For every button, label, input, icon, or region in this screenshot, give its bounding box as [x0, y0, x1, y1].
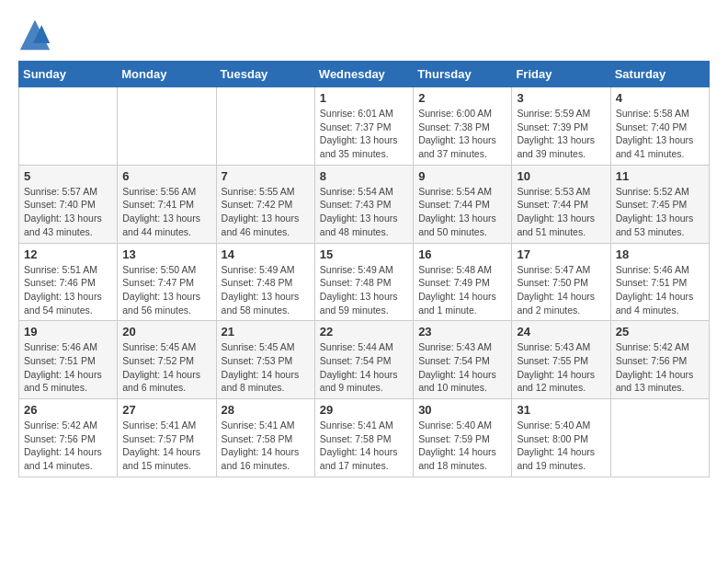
calendar-cell: 24Sunrise: 5:43 AM Sunset: 7:55 PM Dayli… — [512, 321, 610, 399]
calendar-cell: 14Sunrise: 5:49 AM Sunset: 7:48 PM Dayli… — [216, 243, 314, 321]
calendar-cell: 5Sunrise: 5:57 AM Sunset: 7:40 PM Daylig… — [19, 165, 118, 243]
day-number: 26 — [24, 403, 112, 417]
day-info: Sunrise: 5:54 AM Sunset: 7:43 PM Dayligh… — [320, 185, 408, 239]
calendar-cell: 21Sunrise: 5:45 AM Sunset: 7:53 PM Dayli… — [216, 321, 314, 399]
weekday-header-friday: Friday — [512, 62, 610, 87]
day-info: Sunrise: 5:46 AM Sunset: 7:51 PM Dayligh… — [616, 263, 704, 317]
day-number: 27 — [122, 403, 210, 417]
day-info: Sunrise: 5:48 AM Sunset: 7:49 PM Dayligh… — [418, 263, 506, 317]
day-number: 24 — [517, 325, 605, 339]
day-number: 10 — [517, 169, 605, 183]
day-info: Sunrise: 5:42 AM Sunset: 7:56 PM Dayligh… — [24, 419, 112, 473]
calendar-cell: 13Sunrise: 5:50 AM Sunset: 7:47 PM Dayli… — [118, 243, 216, 321]
day-number: 1 — [320, 91, 408, 105]
calendar-cell: 29Sunrise: 5:41 AM Sunset: 7:58 PM Dayli… — [314, 399, 413, 477]
day-info: Sunrise: 5:52 AM Sunset: 7:45 PM Dayligh… — [616, 185, 704, 239]
calendar-cell: 28Sunrise: 5:41 AM Sunset: 7:58 PM Dayli… — [216, 399, 314, 477]
page-header — [18, 18, 710, 52]
day-number: 5 — [24, 169, 112, 183]
day-number: 13 — [122, 247, 210, 261]
day-number: 20 — [122, 325, 210, 339]
calendar-cell: 16Sunrise: 5:48 AM Sunset: 7:49 PM Dayli… — [414, 243, 512, 321]
day-number: 25 — [616, 325, 704, 339]
calendar-cell: 17Sunrise: 5:47 AM Sunset: 7:50 PM Dayli… — [512, 243, 610, 321]
day-number: 14 — [222, 247, 310, 261]
day-info: Sunrise: 5:59 AM Sunset: 7:39 PM Dayligh… — [517, 107, 605, 161]
day-info: Sunrise: 5:41 AM Sunset: 7:57 PM Dayligh… — [122, 419, 210, 473]
weekday-header-tuesday: Tuesday — [216, 62, 314, 87]
day-info: Sunrise: 5:53 AM Sunset: 7:44 PM Dayligh… — [517, 185, 605, 239]
weekday-header-wednesday: Wednesday — [314, 62, 413, 87]
day-info: Sunrise: 5:45 AM Sunset: 7:53 PM Dayligh… — [222, 340, 310, 395]
day-number: 12 — [24, 247, 112, 261]
day-info: Sunrise: 5:57 AM Sunset: 7:40 PM Dayligh… — [24, 185, 112, 239]
calendar-cell: 4Sunrise: 5:58 AM Sunset: 7:40 PM Daylig… — [610, 87, 709, 166]
calendar-cell: 1Sunrise: 6:01 AM Sunset: 7:37 PM Daylig… — [314, 87, 413, 166]
day-number: 19 — [24, 325, 112, 339]
day-number: 16 — [418, 247, 506, 261]
day-info: Sunrise: 5:41 AM Sunset: 7:58 PM Dayligh… — [320, 419, 408, 473]
day-number: 18 — [616, 247, 704, 261]
calendar-cell: 3Sunrise: 5:59 AM Sunset: 7:39 PM Daylig… — [512, 87, 610, 166]
day-info: Sunrise: 5:46 AM Sunset: 7:51 PM Dayligh… — [24, 340, 112, 395]
calendar-cell: 18Sunrise: 5:46 AM Sunset: 7:51 PM Dayli… — [610, 243, 709, 321]
day-number: 28 — [222, 403, 310, 417]
calendar-cell: 23Sunrise: 5:43 AM Sunset: 7:54 PM Dayli… — [414, 321, 512, 399]
day-number: 17 — [517, 247, 605, 261]
day-info: Sunrise: 5:47 AM Sunset: 7:50 PM Dayligh… — [517, 263, 605, 317]
day-info: Sunrise: 5:58 AM Sunset: 7:40 PM Dayligh… — [616, 107, 704, 161]
calendar-cell: 19Sunrise: 5:46 AM Sunset: 7:51 PM Dayli… — [19, 321, 118, 399]
logo — [18, 18, 55, 52]
day-number: 2 — [418, 91, 506, 105]
calendar-cell: 15Sunrise: 5:49 AM Sunset: 7:48 PM Dayli… — [314, 243, 413, 321]
calendar-week-2: 5Sunrise: 5:57 AM Sunset: 7:40 PM Daylig… — [19, 165, 710, 243]
calendar-cell: 31Sunrise: 5:40 AM Sunset: 8:00 PM Dayli… — [512, 399, 610, 477]
calendar-cell: 22Sunrise: 5:44 AM Sunset: 7:54 PM Dayli… — [314, 321, 413, 399]
day-info: Sunrise: 5:43 AM Sunset: 7:54 PM Dayligh… — [418, 340, 506, 395]
day-info: Sunrise: 6:00 AM Sunset: 7:38 PM Dayligh… — [418, 107, 506, 161]
calendar-cell — [118, 87, 216, 166]
day-info: Sunrise: 5:49 AM Sunset: 7:48 PM Dayligh… — [320, 263, 408, 317]
day-info: Sunrise: 5:40 AM Sunset: 7:59 PM Dayligh… — [418, 419, 506, 473]
calendar-week-3: 12Sunrise: 5:51 AM Sunset: 7:46 PM Dayli… — [19, 243, 710, 321]
day-info: Sunrise: 5:56 AM Sunset: 7:41 PM Dayligh… — [122, 185, 210, 239]
day-info: Sunrise: 5:40 AM Sunset: 8:00 PM Dayligh… — [517, 419, 605, 473]
day-info: Sunrise: 6:01 AM Sunset: 7:37 PM Dayligh… — [320, 107, 408, 161]
calendar-header-row: SundayMondayTuesdayWednesdayThursdayFrid… — [19, 62, 710, 87]
calendar-cell — [610, 399, 709, 477]
calendar-table: SundayMondayTuesdayWednesdayThursdayFrid… — [18, 61, 710, 477]
calendar-cell — [216, 87, 314, 166]
day-number: 6 — [122, 169, 210, 183]
calendar-cell: 7Sunrise: 5:55 AM Sunset: 7:42 PM Daylig… — [216, 165, 314, 243]
day-number: 23 — [418, 325, 506, 339]
calendar-cell: 12Sunrise: 5:51 AM Sunset: 7:46 PM Dayli… — [19, 243, 118, 321]
calendar-cell: 27Sunrise: 5:41 AM Sunset: 7:57 PM Dayli… — [118, 399, 216, 477]
day-number: 8 — [320, 169, 408, 183]
logo-icon — [18, 18, 51, 52]
day-number: 7 — [222, 169, 310, 183]
day-info: Sunrise: 5:44 AM Sunset: 7:54 PM Dayligh… — [320, 340, 408, 395]
weekday-header-monday: Monday — [118, 62, 216, 87]
calendar-week-1: 1Sunrise: 6:01 AM Sunset: 7:37 PM Daylig… — [19, 87, 710, 166]
calendar-week-5: 26Sunrise: 5:42 AM Sunset: 7:56 PM Dayli… — [19, 399, 710, 477]
day-number: 9 — [418, 169, 506, 183]
calendar-cell — [19, 87, 118, 166]
day-number: 31 — [517, 403, 605, 417]
calendar-cell: 10Sunrise: 5:53 AM Sunset: 7:44 PM Dayli… — [512, 165, 610, 243]
calendar-cell: 9Sunrise: 5:54 AM Sunset: 7:44 PM Daylig… — [414, 165, 512, 243]
calendar-cell: 20Sunrise: 5:45 AM Sunset: 7:52 PM Dayli… — [118, 321, 216, 399]
day-number: 22 — [320, 325, 408, 339]
day-number: 29 — [320, 403, 408, 417]
calendar-cell: 6Sunrise: 5:56 AM Sunset: 7:41 PM Daylig… — [118, 165, 216, 243]
calendar-cell: 26Sunrise: 5:42 AM Sunset: 7:56 PM Dayli… — [19, 399, 118, 477]
day-info: Sunrise: 5:50 AM Sunset: 7:47 PM Dayligh… — [122, 263, 210, 317]
day-info: Sunrise: 5:54 AM Sunset: 7:44 PM Dayligh… — [418, 185, 506, 239]
calendar-week-4: 19Sunrise: 5:46 AM Sunset: 7:51 PM Dayli… — [19, 321, 710, 399]
day-info: Sunrise: 5:41 AM Sunset: 7:58 PM Dayligh… — [222, 419, 310, 473]
day-number: 3 — [517, 91, 605, 105]
day-info: Sunrise: 5:45 AM Sunset: 7:52 PM Dayligh… — [122, 340, 210, 395]
calendar-cell: 8Sunrise: 5:54 AM Sunset: 7:43 PM Daylig… — [314, 165, 413, 243]
calendar-cell: 25Sunrise: 5:42 AM Sunset: 7:56 PM Dayli… — [610, 321, 709, 399]
weekday-header-thursday: Thursday — [414, 62, 512, 87]
day-info: Sunrise: 5:42 AM Sunset: 7:56 PM Dayligh… — [616, 340, 704, 395]
